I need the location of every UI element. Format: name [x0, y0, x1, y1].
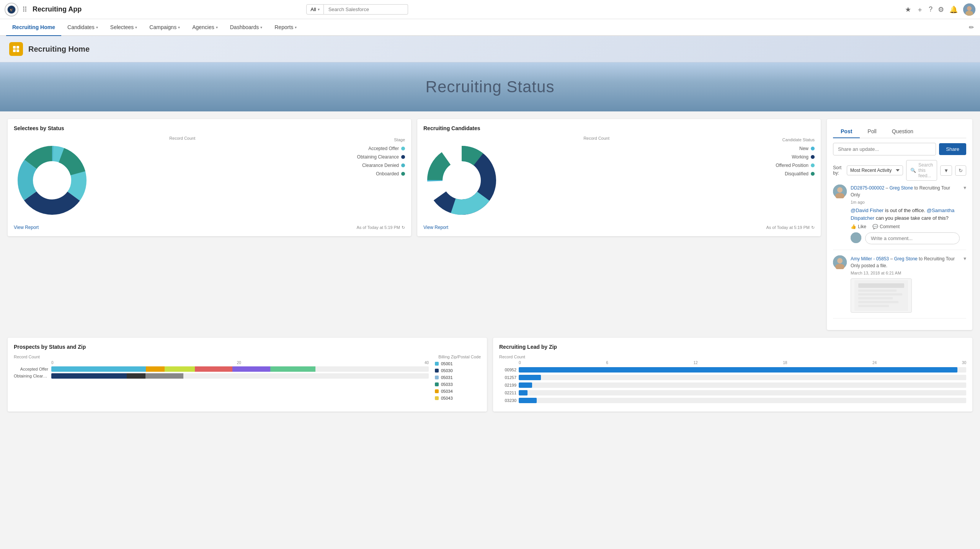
- thumbs-up-icon: 👍: [851, 224, 856, 229]
- candidates-chart-container: Record Count Candidate Status: [423, 136, 815, 230]
- lead-zip-fill-1: [519, 375, 541, 380]
- bar-row-1: Obtaining Clearan...: [14, 373, 429, 379]
- comment-button[interactable]: 💬 Comment: [872, 224, 900, 229]
- feed-time-2: March 13, 2018 at 6:21 AM: [851, 271, 960, 275]
- like-button[interactable]: 👍 Like: [851, 224, 866, 229]
- search-wrapper: All ▾: [306, 4, 459, 15]
- feed-panel: Post Poll Question Share Sort by: Most R…: [827, 119, 972, 330]
- agencies-chevron-icon: ▾: [216, 25, 218, 29]
- edit-nav-icon[interactable]: ✏: [969, 24, 974, 31]
- share-button[interactable]: Share: [939, 143, 966, 155]
- nav-selectees[interactable]: Selectees ▾: [104, 19, 143, 36]
- svg-rect-28: [858, 289, 897, 292]
- search-all-button[interactable]: All ▾: [306, 4, 323, 15]
- candidates-view-report-link[interactable]: View Report: [423, 225, 448, 230]
- page-title: Recruiting Home: [28, 45, 90, 54]
- lead-record-count-label: Record Count: [499, 355, 966, 359]
- billing-zip-label: Billing Zip/Postal Code: [435, 355, 481, 359]
- feed-mention-1a[interactable]: @David Fisher: [851, 208, 884, 213]
- selectees-donut: [14, 142, 90, 219]
- campaigns-chevron-icon: ▾: [178, 25, 180, 29]
- candidates-chart-footer: View Report As of Today at 5:19 PM ↻: [423, 225, 815, 230]
- hero-banner: Recruiting Status: [0, 62, 980, 111]
- feed-item-chevron-1[interactable]: ▾: [964, 185, 966, 244]
- feed-search-icon: 🔍: [910, 168, 916, 173]
- file-thumbnail: [851, 278, 912, 313]
- app-launcher-icon[interactable]: ⠿: [22, 5, 27, 14]
- top-nav: 🦅 ⠿ Recruiting App All ▾ ★ ＋ ? ⚙ 🔔: [0, 0, 980, 19]
- selectees-as-of: As of Today at 5:19 PM ↻: [356, 225, 405, 230]
- svg-point-20: [837, 187, 843, 193]
- comment-avatar-1: [851, 232, 861, 243]
- lead-zip-row-4: 03230: [499, 398, 966, 403]
- settings-icon[interactable]: ⚙: [938, 5, 944, 14]
- feed-item-chevron-2[interactable]: ▾: [964, 255, 966, 313]
- filter-icon-button[interactable]: ▼: [940, 165, 952, 176]
- tab-post[interactable]: Post: [833, 125, 860, 138]
- comment-input-1[interactable]: [865, 232, 960, 244]
- recruiting-candidates-title: Recruiting Candidates: [423, 125, 815, 131]
- selectees-record-count-label: Record Count: [14, 136, 351, 141]
- nav-dashboards[interactable]: Dashboards ▾: [224, 19, 269, 36]
- feed-link-1b[interactable]: Greg Stone: [889, 185, 913, 191]
- zip-legend-item-0: 05001: [435, 361, 481, 366]
- feed-link-1a[interactable]: DD2875-000002: [851, 185, 884, 191]
- feed-text-mid-1: is out of the office.: [885, 208, 927, 213]
- selectees-legend-item-0: Accepted Offer: [357, 146, 405, 151]
- feed-tabs: Post Poll Question: [833, 125, 966, 138]
- recruiting-candidates-card: Recruiting Candidates Record Count: [417, 119, 821, 236]
- nav-campaigns[interactable]: Campaigns ▾: [143, 19, 186, 36]
- nav-agencies[interactable]: Agencies ▾: [186, 19, 224, 36]
- help-icon[interactable]: ?: [929, 5, 933, 13]
- lead-zip-row-2: 02199: [499, 382, 966, 388]
- zip-legend-item-4: 05034: [435, 389, 481, 394]
- notifications-icon[interactable]: 🔔: [949, 5, 958, 14]
- feed-link-2b[interactable]: Greg Stone: [894, 256, 917, 261]
- app-nav: Recruiting Home Candidates ▾ Selectees ▾…: [0, 19, 980, 36]
- selectees-card-title: Selectees by Status: [14, 125, 405, 131]
- svg-point-24: [837, 258, 843, 263]
- share-input[interactable]: [833, 143, 936, 155]
- bar-seg-0-0: [51, 366, 146, 372]
- tab-question[interactable]: Question: [884, 125, 921, 138]
- selectees-legend-item-2: Clearance Denied: [357, 163, 405, 168]
- sort-select[interactable]: Most Recent Activity: [847, 165, 903, 175]
- avatar[interactable]: [963, 3, 975, 16]
- svg-rect-31: [858, 301, 898, 303]
- search-input[interactable]: [324, 4, 408, 15]
- feed-separator-2: –: [890, 256, 894, 261]
- candidates-refresh-icon[interactable]: ↻: [811, 225, 815, 230]
- svg-text:🦅: 🦅: [10, 8, 13, 11]
- nav-recruiting-home[interactable]: Recruiting Home: [6, 19, 61, 36]
- clearance-denied-dot: [401, 163, 405, 167]
- add-icon[interactable]: ＋: [916, 5, 923, 14]
- bar-fill-0: [51, 366, 429, 372]
- feed-avatar-2: [833, 255, 847, 269]
- lead-zip-track-0: [519, 367, 966, 373]
- selectees-legend: Stage Accepted Offer Obtaining Clearance…: [357, 136, 405, 176]
- prospects-card-title: Prospects by Status and Zip: [14, 344, 481, 350]
- svg-rect-30: [858, 297, 893, 299]
- feed-link-2a[interactable]: Amy Miller - 05853: [851, 256, 889, 261]
- favorites-icon[interactable]: ★: [905, 5, 911, 14]
- main-content: Selectees by Status Record Count: [0, 111, 980, 338]
- onboarded-dot: [401, 172, 405, 176]
- zip-dot-1: [435, 369, 439, 373]
- selectees-view-report-link[interactable]: View Report: [14, 225, 39, 230]
- refresh-feed-button[interactable]: ↻: [955, 165, 966, 176]
- tab-poll[interactable]: Poll: [860, 125, 884, 138]
- zip-legend: 05001 05030 05031 05033: [435, 361, 481, 400]
- zip-dot-4: [435, 389, 439, 393]
- feed-meta-1: DD2875-000002 – Greg Stone to Recruiting…: [851, 185, 960, 198]
- feed-time-1: 1m ago: [851, 200, 960, 204]
- nav-reports[interactable]: Reports ▾: [268, 19, 303, 36]
- selectees-chevron-icon: ▾: [135, 25, 137, 29]
- svg-point-13: [35, 163, 69, 197]
- refresh-icon[interactable]: ↻: [402, 225, 405, 230]
- selectees-chart-row: Record Count: [14, 136, 405, 219]
- offered-position-dot: [811, 163, 815, 167]
- prospects-record-count-label: Record Count: [14, 355, 40, 359]
- lead-zip-fill-0: [519, 367, 957, 373]
- feed-actions-1: 👍 Like 💬 Comment: [851, 224, 960, 229]
- nav-candidates[interactable]: Candidates ▾: [61, 19, 104, 36]
